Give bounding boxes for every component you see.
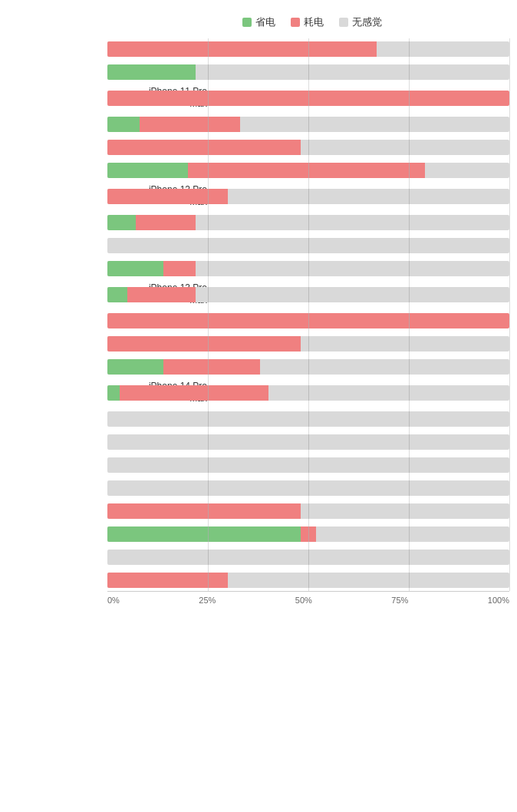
gridline [308,261,309,276]
gridline [308,313,309,328]
bar-track [107,64,509,80]
bar-segment-red [163,359,260,375]
bar-row: iPhone 13 Pro [107,258,509,279]
gridline [409,189,410,204]
gridline [308,64,309,80]
bar-segment-green [107,526,301,542]
gridline [409,480,410,496]
bar-segment-green [107,64,196,80]
gridline [409,140,410,155]
bar-segment-green [107,359,163,375]
gridline [409,526,410,542]
bar-segment-red [136,215,196,230]
chart-container: 省电耗电无感觉 iPhone 11iPhone 11 ProiPhone 11 … [0,8,517,628]
gridline [208,503,209,519]
bar-segment-red [107,140,301,155]
gridline [409,359,410,375]
bars-area: iPhone 11iPhone 11 ProiPhone 11 ProMaxiP… [0,38,517,591]
legend-item: 耗电 [291,15,324,29]
bar-track [107,385,509,401]
gridline [409,41,410,57]
gridline [409,503,410,519]
bar-row: iPhone 12 mini [107,137,509,158]
gridline [208,261,209,276]
bar-row: iPhone 11 [107,38,509,60]
gridline [409,287,410,302]
bar-row: iPhone 12 ProMax [107,183,509,210]
gridline [208,238,209,253]
gridline [208,163,209,178]
x-axis-label: 0% [107,596,120,605]
bar-track [107,189,509,204]
gridline [208,573,209,588]
bar-track [107,434,509,450]
gridline [409,434,410,450]
gridline [409,261,410,276]
legend-item: 省电 [242,15,275,29]
bar-track [107,117,509,132]
bar-segment-green [107,287,127,302]
x-axis-label: 25% [199,596,216,605]
bar-track [107,215,509,230]
bar-segment-green [107,215,136,230]
gridline [308,385,309,401]
bar-row: iPhone 8 [107,408,509,430]
gridline [308,91,309,106]
bar-row: iPhone X [107,500,509,522]
bar-segment-green [107,117,140,132]
bar-segment-red [120,385,268,401]
legend: 省电耗电无感觉 [0,15,517,29]
bar-row: iPhone XS [107,546,509,568]
gridline [308,550,309,565]
bar-row: iPhone 11 Pro [107,61,509,83]
gridline [208,457,209,473]
bar-row: iPhone 12 Pro [107,160,509,181]
gridline [308,503,309,519]
bar-segment-green [107,261,163,276]
x-axis-label: 75% [391,596,408,605]
legend-item: 无感觉 [339,15,382,29]
bar-track [107,91,509,106]
x-axis-label: 100% [488,596,509,605]
legend-color-dot [339,18,348,27]
bar-row: iPhone 8 Plus [107,431,509,453]
bar-segment-red [107,503,301,519]
gridline [409,336,410,352]
gridline [308,117,309,132]
bar-row: iPhone SE 第3代 [107,477,509,499]
bar-row: iPhone 14 Plus [107,333,509,355]
bar-track [107,163,509,178]
gridline [308,526,309,542]
bar-segment-red [107,336,301,352]
gridline [308,163,309,178]
bar-track [107,503,509,519]
gridline [308,457,309,473]
gridline [208,480,209,496]
bar-segment-red [127,287,196,302]
gridline [409,163,410,178]
legend-label: 无感觉 [352,15,382,29]
bar-track [107,41,509,57]
bar-track [107,359,509,375]
legend-label: 耗电 [304,15,324,29]
chart-gridline [509,38,510,591]
gridline [308,434,309,450]
bar-track [107,140,509,155]
gridline [308,411,309,427]
legend-color-dot [291,18,300,27]
bar-track [107,287,509,302]
gridline [409,91,410,106]
gridline [208,434,209,450]
gridline [409,64,410,80]
gridline [208,287,209,302]
gridline [308,359,309,375]
gridline [409,550,410,565]
legend-color-dot [242,18,252,27]
legend-label: 省电 [255,15,275,29]
gridline [208,550,209,565]
bar-row: iPhone 12 [107,114,509,135]
bar-track [107,336,509,352]
bar-row: iPhone 13 ProMax [107,281,509,309]
gridline [208,336,209,352]
gridline [409,573,410,588]
